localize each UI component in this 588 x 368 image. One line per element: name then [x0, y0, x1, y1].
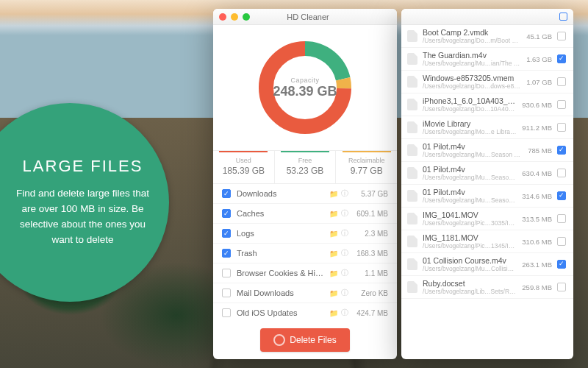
file-row[interactable]: iPhone3,1_6.0_10A403_Restore.ipsw/Users/… [401, 93, 573, 116]
file-row[interactable]: 01 Pilot.m4v/Users/bvogelzang/Mu…Season … [401, 185, 573, 208]
file-size: 1.07 GB [526, 78, 552, 86]
file-icon [407, 76, 417, 88]
file-path: /Users/bvogelzang/Mu…Collision Course.m4… [423, 265, 517, 272]
folder-icon[interactable]: 📁 [329, 210, 338, 218]
file-checkbox[interactable] [557, 54, 566, 63]
info-icon[interactable]: ⓘ [341, 248, 348, 258]
category-checkbox[interactable] [222, 209, 231, 218]
category-size: 424.7 MB [353, 309, 388, 317]
category-size: 5.37 GB [353, 190, 388, 198]
delete-files-button[interactable]: Delete Files [260, 328, 349, 352]
file-checkbox[interactable] [557, 32, 566, 40]
file-icon [407, 281, 417, 293]
file-path: /Users/bvogelzang/Pic…1345/IMG_1181.MOV [423, 242, 517, 250]
file-name: iMovie Library [423, 119, 517, 128]
stat-used: Used 185.39 GB [213, 151, 274, 183]
file-name: Windows-e8573205.vmem [423, 74, 521, 82]
stat-used-label: Used [216, 157, 271, 164]
folder-icon[interactable]: 📁 [329, 289, 338, 297]
file-row[interactable]: The Guardian.m4v/Users/bvogelzang/Mu…ian… [401, 48, 573, 71]
info-icon[interactable]: ⓘ [341, 268, 348, 278]
file-path: /Users/bvogelzang/Do…10A403_Restore.ipsw [423, 105, 517, 113]
file-size: 259.8 MB [522, 283, 552, 291]
file-row[interactable]: Boot Camp 2.vmdk/Users/bvogelzang/Do…m/B… [401, 25, 573, 48]
file-icon [407, 99, 417, 110]
category-row[interactable]: Trash📁ⓘ168.3 MB [213, 244, 397, 263]
file-icon [407, 190, 417, 202]
file-list[interactable]: Boot Camp 2.vmdk/Users/bvogelzang/Do…m/B… [401, 25, 573, 359]
category-row[interactable]: Browser Cookies & History📁ⓘ1.1 MB [213, 263, 397, 283]
file-row[interactable]: 01 Pilot.m4v/Users/bvogelzang/Mu…Season … [401, 139, 573, 162]
file-size: 310.6 MB [522, 238, 552, 246]
info-icon[interactable]: ⓘ [341, 208, 348, 219]
category-checkbox[interactable] [222, 308, 231, 317]
file-name: 01 Collision Course.m4v [423, 256, 517, 265]
info-icon[interactable]: ⓘ [341, 188, 348, 199]
delete-button-label: Delete Files [290, 335, 336, 345]
stat-free: Free 53.23 GB [274, 151, 336, 183]
category-checkbox[interactable] [222, 229, 231, 238]
file-name: IMG_1041.MOV [423, 210, 517, 219]
file-row[interactable]: iMovie Library/Users/bvogelzang/Mo…e Lib… [401, 116, 573, 139]
file-icon [407, 53, 417, 65]
category-name: Trash [237, 249, 326, 258]
file-path: /Users/bvogelzang/Lib…Sets/Ruby/Ruby.doc… [423, 288, 517, 295]
file-row[interactable]: IMG_1041.MOV/Users/bvogelzang/Pic…3035/I… [401, 208, 573, 230]
category-checkbox[interactable] [222, 269, 231, 277]
file-row[interactable]: 01 Collision Course.m4v/Users/bvogelzang… [401, 253, 573, 276]
file-checkbox[interactable] [557, 146, 566, 155]
category-name: Browser Cookies & History [237, 269, 326, 277]
file-icon [407, 258, 417, 270]
stat-free-value: 53.23 GB [278, 166, 333, 176]
category-row[interactable]: Downloads📁ⓘ5.37 GB [213, 184, 397, 204]
folder-icon[interactable]: 📁 [329, 190, 338, 198]
category-checkbox[interactable] [222, 289, 231, 297]
capacity-donut-chart: Capacity 248.39 GB [213, 25, 397, 150]
info-icon[interactable]: ⓘ [341, 288, 348, 298]
file-checkbox[interactable] [557, 169, 566, 177]
file-row[interactable]: IMG_1181.MOV/Users/bvogelzang/Pic…1345/I… [401, 230, 573, 253]
info-icon[interactable]: ⓘ [341, 228, 348, 238]
file-path: /Users/bvogelzang/Do…dows-e8573205.vmem [423, 82, 521, 90]
file-checkbox[interactable] [557, 123, 566, 132]
file-checkbox[interactable] [557, 100, 566, 109]
file-row[interactable]: Ruby.docset/Users/bvogelzang/Lib…Sets/Ru… [401, 276, 573, 299]
file-path: /Users/bvogelzang/Mu…Season 1/01 Pilot.m… [423, 197, 517, 204]
file-name: The Guardian.m4v [423, 51, 521, 60]
file-checkbox[interactable] [557, 191, 566, 200]
category-checkbox[interactable] [222, 249, 231, 258]
folder-icon[interactable]: 📁 [329, 269, 338, 277]
file-checkbox[interactable] [557, 260, 566, 269]
file-name: Boot Camp 2.vmdk [423, 28, 521, 37]
category-row[interactable]: Logs📁ⓘ2.3 MB [213, 224, 397, 244]
file-row[interactable]: Windows-e8573205.vmem/Users/bvogelzang/D… [401, 71, 573, 93]
folder-icon[interactable]: 📁 [329, 230, 338, 238]
file-size: 911.2 MB [522, 124, 552, 132]
category-name: Mail Downloads [237, 289, 326, 297]
file-icon [407, 121, 417, 133]
file-row[interactable]: 01 Pilot.m4v/Users/bvogelzang/Mu…Season … [401, 162, 573, 185]
file-name: IMG_1181.MOV [423, 233, 517, 242]
category-row[interactable]: Mail Downloads📁ⓘZero KB [213, 283, 397, 303]
stat-reclaim-label: Reclaimable [339, 157, 394, 164]
file-name: iPhone3,1_6.0_10A403_Restore.ipsw [423, 96, 517, 105]
file-checkbox[interactable] [557, 77, 566, 86]
file-size: 785 MB [528, 146, 552, 155]
file-name: 01 Pilot.m4v [423, 188, 517, 197]
category-row[interactable]: Old iOS Updates📁ⓘ424.7 MB [213, 303, 397, 321]
file-size: 1.63 GB [526, 55, 552, 63]
folder-icon[interactable]: 📁 [329, 250, 338, 258]
folder-icon[interactable]: 📁 [329, 309, 338, 317]
file-icon [407, 30, 417, 42]
file-checkbox[interactable] [557, 237, 566, 246]
file-checkbox[interactable] [557, 283, 566, 291]
category-checkbox[interactable] [222, 189, 231, 198]
file-size: 930.6 MB [522, 101, 552, 109]
category-row[interactable]: Caches📁ⓘ609.1 MB [213, 204, 397, 224]
file-checkbox[interactable] [557, 214, 566, 223]
category-list: Downloads📁ⓘ5.37 GBCaches📁ⓘ609.1 MBLogs📁ⓘ… [213, 184, 397, 321]
info-icon[interactable]: ⓘ [341, 308, 348, 318]
select-all-checkbox-icon[interactable] [559, 13, 567, 21]
titlebar[interactable]: HD Cleaner [213, 9, 397, 25]
file-size: 314.6 MB [522, 192, 552, 200]
